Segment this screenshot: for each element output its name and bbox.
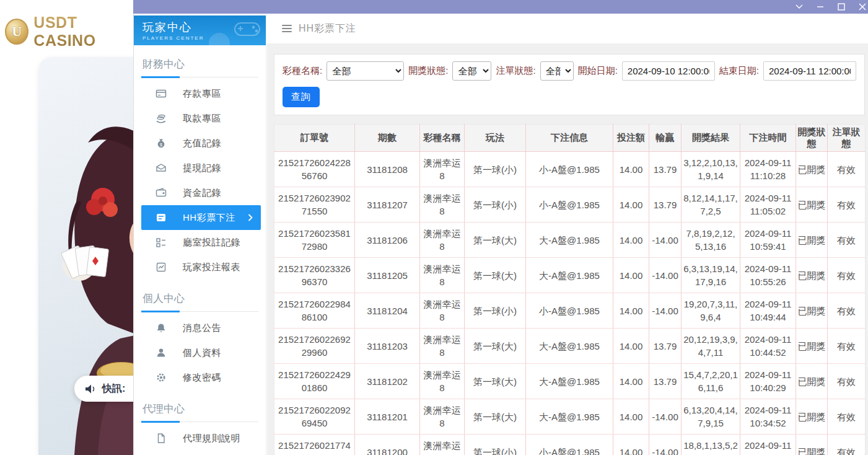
chevron-right-icon (248, 214, 253, 221)
table-cell: 已開獎 (796, 187, 828, 223)
lottery-name-label: 彩種名稱: (283, 65, 322, 77)
sidebar-item-withdraw[interactable]: 取款專區 (134, 106, 266, 131)
table-cell: 澳洲幸运8 (420, 187, 465, 223)
bell-icon (155, 322, 167, 334)
hamburger-icon[interactable] (282, 25, 292, 32)
table-cell: 2152172602390271550 (274, 187, 355, 223)
sidebar-item-deposit[interactable]: 存款專區 (134, 81, 266, 106)
sidebar-header: 玩家中心 PLAYERS CENTER (134, 15, 266, 45)
col-draw-status: 開獎狀態 (796, 125, 828, 152)
app-window: U USDT CASINO (0, 0, 868, 455)
close-icon[interactable] (858, 3, 866, 11)
table-cell: 14.00 (613, 364, 649, 399)
sidebar-item-announcements[interactable]: 消息公告 (134, 316, 266, 340)
table-cell: 31181204 (355, 293, 420, 329)
window-titlebar (133, 0, 868, 14)
table-cell: 13.79 (649, 187, 682, 223)
table-cell: 有效 (828, 293, 866, 329)
table-cell: 第一球(小) (465, 187, 526, 223)
sidebar-item-recharge-record[interactable]: $ 充值記錄 (134, 131, 266, 156)
gamepad-icon (234, 18, 261, 39)
news-ticker-button[interactable]: 快訊: (74, 376, 133, 402)
table-cell: 大-A盤@1.985 (526, 223, 613, 258)
page-title: HH彩票下注 (299, 22, 356, 35)
maximize-icon[interactable] (837, 3, 845, 11)
speaker-icon (85, 384, 97, 394)
table-cell: 已開獎 (796, 223, 828, 258)
table-cell: 3,12,2,10,13,1,9,14 (682, 152, 740, 187)
table-cell: 13.79 (649, 329, 682, 364)
sidebar-item-hh-lottery-bet[interactable]: HH彩票下注 (141, 205, 261, 230)
sidebar-item-agent-promotion[interactable]: 代理推廣管理 (134, 451, 266, 455)
sidebar-item-change-password[interactable]: 修改密碼 (134, 365, 266, 390)
promo-character-illustration (38, 108, 133, 455)
chevron-down-icon[interactable] (795, 3, 803, 11)
order-status-select[interactable]: 全部 (540, 61, 574, 81)
table-cell: 2152172602298486100 (274, 293, 355, 329)
end-date-input[interactable] (763, 61, 856, 81)
table-cell: 第一球(小) (465, 435, 526, 455)
sidebar-item-funds-record[interactable]: 資金記錄 (134, 180, 266, 205)
table-cell: 第一球(大) (465, 364, 526, 399)
table-cell: -14.00 (649, 293, 682, 329)
table-cell: 2024-09-11 10:55:26 (740, 258, 796, 293)
table-cell: 澳洲幸运8 (420, 329, 465, 364)
coin-logo-icon: U (5, 19, 28, 45)
table-cell: 有效 (828, 152, 866, 187)
col-order-no: 訂單號 (274, 125, 355, 152)
recharge-bag-icon: $ (155, 138, 167, 149)
table-cell: 7,8,19,2,12,5,13,16 (682, 223, 740, 258)
table-cell: 2152172602422856760 (274, 152, 355, 187)
table-cell: 31181203 (355, 329, 420, 364)
table-cell: 2024-09-11 10:34:52 (740, 399, 796, 435)
table-cell: 有效 (828, 329, 866, 364)
table-row: 215217260242285676031181208澳洲幸运8第一球(小)小-… (274, 152, 866, 187)
orders-table-body: 215217260242285676031181208澳洲幸运8第一球(小)小-… (274, 152, 866, 455)
table-cell: 6,13,20,4,14,7,9,15 (682, 399, 740, 435)
table-cell: 14.00 (613, 187, 649, 223)
table-row: 215217260217744429031181200澳洲幸运8第一球(小)小-… (274, 435, 866, 455)
table-row: 215217260220926945031181201澳洲幸运8第一球(大)大-… (274, 399, 866, 435)
table-cell: 14.00 (613, 293, 649, 329)
start-date-input[interactable] (622, 61, 715, 81)
table-row: 215217260224290186031181202澳洲幸运8第一球(大)大-… (274, 364, 866, 399)
table-cell: 20,12,19,3,9,4,7,11 (682, 329, 740, 364)
start-date-label: 開始日期: (578, 65, 618, 77)
table-cell: 2152172602209269450 (274, 399, 355, 435)
sidebar-item-profile[interactable]: 個人資料 (134, 340, 266, 365)
ticker-label: 快訊: (102, 382, 125, 395)
svg-text:$: $ (160, 143, 162, 147)
main-content: HH彩票下注 彩種名稱: 全部 開獎狀態: 全部 注單狀態: 全部 開始日期: … (267, 14, 868, 455)
brand-name: USDT CASINO (33, 14, 133, 50)
draw-status-select[interactable]: 全部 (452, 61, 491, 81)
sidebar-item-player-bet-report[interactable]: 玩家投注報表 (134, 255, 266, 280)
table-row: 215217260239027155031181207澳洲幸运8第一球(小)小-… (274, 187, 866, 223)
table-cell: 已開獎 (796, 329, 828, 364)
table-cell: -14.00 (649, 399, 682, 435)
table-cell: 31181201 (355, 399, 420, 435)
table-cell: 2024-09-11 10:59:41 (740, 223, 796, 258)
table-cell: 第一球(大) (465, 329, 526, 364)
search-button[interactable]: 查詢 (283, 87, 320, 107)
table-cell: 2152172602242901860 (274, 364, 355, 399)
sidebar-item-agent-rules[interactable]: 代理規則說明 (134, 426, 266, 451)
table-cell: 31181205 (355, 258, 420, 293)
sidebar-item-withdrawal-record[interactable]: 提現記錄 (134, 156, 266, 180)
table-cell: 14.00 (613, 399, 649, 435)
person-icon (155, 347, 167, 359)
table-cell: 31181202 (355, 364, 420, 399)
table-row: 215217260226922996031181203澳洲幸运8第一球(大)大-… (274, 329, 866, 364)
col-period: 期數 (355, 125, 420, 152)
brand-logo: U USDT CASINO (0, 0, 133, 50)
table-cell: 澳洲幸运8 (420, 258, 465, 293)
document-icon (155, 433, 167, 444)
minimize-icon[interactable] (816, 3, 824, 11)
table-cell: 小-A盤@1.985 (526, 293, 613, 329)
table-cell: 2024-09-11 10:49:44 (740, 293, 796, 329)
table-cell: 14.00 (613, 223, 649, 258)
sidebar-item-room-bet-record[interactable]: 廳室投註記錄 (134, 230, 266, 255)
filter-panel: 彩種名稱: 全部 開獎狀態: 全部 注單狀態: 全部 開始日期: 結束日期: 查… (274, 54, 865, 115)
section-title-agent: 代理中心 (141, 402, 258, 422)
lottery-name-select[interactable]: 全部 (327, 61, 404, 81)
table-cell: 15,4,7,2,20,16,11,6 (682, 364, 740, 399)
